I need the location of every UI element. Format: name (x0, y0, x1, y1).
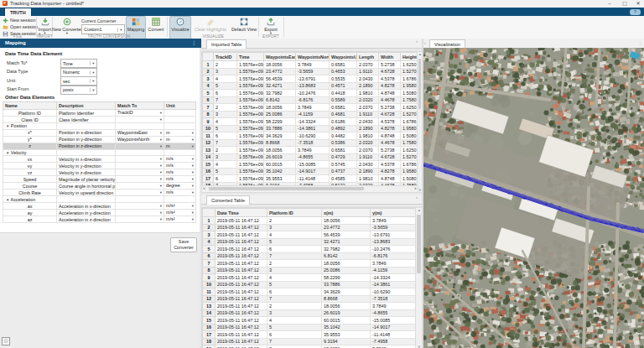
table-cell[interactable]: 1.6250 (401, 147, 419, 154)
table-cell[interactable]: 35.9553 (322, 331, 371, 339)
match-to-cell[interactable]: WaypointsEast▾ (116, 129, 164, 136)
table-cell[interactable]: 32.7982 (264, 90, 296, 97)
table-cell[interactable]: 1.5576e+09 (237, 161, 264, 169)
field-combo-0[interactable]: Time▾ (60, 59, 97, 68)
unit-cell[interactable]: m▾ (164, 129, 196, 136)
table-row[interactable]: 1271.5576e+098.8668-7.35180.53862.03204.… (203, 139, 419, 147)
table-cell[interactable]: 2019-05-11 16:47:12 (216, 288, 267, 296)
table-cell[interactable]: 6.8142 (264, 96, 296, 104)
table-cell[interactable]: 3 (267, 267, 322, 274)
table-cell[interactable]: 26.6019 (264, 153, 296, 161)
table-row[interactable]: 132019-05-11 16:47:12218.00563.7849 (203, 303, 417, 310)
table-cell[interactable]: 2 (214, 61, 237, 69)
table-row[interactable]: 52019-05-11 16:47:12632.7982-10.2476 (203, 246, 417, 253)
match-to-cell[interactable]: TrackID▾ (116, 110, 164, 117)
table-cell[interactable]: 4.8278 (379, 125, 401, 132)
table-cell[interactable]: 1.5576e+09 (237, 153, 264, 161)
table-cell[interactable]: 33.7886 (264, 125, 296, 132)
table-row[interactable]: 231.5576e+0923.4772-3.56590.46531.91104.… (203, 68, 419, 75)
unit-cell[interactable]: m/s²▾ (164, 210, 196, 216)
table-row[interactable]: 1321.5576e+0918.00563.78490.65812.03705.… (203, 147, 419, 154)
table-cell[interactable]: -14.3324 (296, 118, 330, 126)
table-row[interactable]: 1431.5576e+0926.6019-4.86550.47291.91104… (203, 153, 419, 161)
scroll-left-icon[interactable]: ◂ (203, 186, 205, 190)
table-cell[interactable]: 3.7849 (371, 217, 417, 225)
table-cell[interactable]: 1.5080 (401, 90, 419, 97)
table-cell[interactable]: 1.7580 (401, 139, 419, 147)
table-cell[interactable]: 4.4678 (379, 139, 401, 147)
table-cell[interactable]: 1.9810 (357, 175, 379, 183)
table-cell[interactable]: 25.0086 (322, 267, 371, 274)
group-row[interactable]: ▼ Velocity (3, 149, 196, 156)
table-cell[interactable]: 1.5576e+09 (237, 125, 264, 132)
table-cell[interactable]: -7.3518 (371, 295, 417, 303)
table-cell[interactable]: 0.4653 (330, 68, 357, 75)
imported-hscrollbar[interactable]: ◂ ▸ (201, 185, 418, 193)
table-cell[interactable]: 0.5589 (330, 96, 357, 104)
unit-cell[interactable]: m/s▾ (164, 156, 196, 163)
table-cell[interactable]: 1.9580 (401, 125, 419, 132)
table-cell[interactable]: 5.2738 (379, 61, 401, 69)
table-cell[interactable]: 4.6728 (379, 68, 401, 75)
table-cell[interactable]: 2019-05-11 16:47:12 (216, 231, 267, 239)
mapping-row[interactable]: vz Velocity in z-direction ▾ m/s▾ (3, 169, 196, 176)
table-cell[interactable]: 0.6581 (330, 61, 357, 69)
table-cell[interactable]: 2019-05-11 16:47:12 (216, 303, 267, 310)
table-row[interactable]: 32019-05-11 16:47:12456.4539-13.6791 (203, 231, 417, 239)
table-row[interactable]: 1761.5576e+0935.9553-11.41480.45851.9810… (203, 175, 419, 183)
table-cell[interactable]: 1.5576e+09 (237, 118, 264, 126)
table-cell[interactable]: 32.7982 (322, 246, 371, 253)
table-cell[interactable]: 5 (267, 324, 322, 331)
panel-actions-icon[interactable]: ⌃ (415, 40, 418, 45)
table-cell[interactable]: 2.0430 (357, 161, 379, 169)
restore-panel-icon[interactable]: ◱ (2, 337, 10, 345)
map-view[interactable] (423, 48, 644, 348)
match-to-cell[interactable]: ▾ (116, 143, 164, 149)
table-cell[interactable]: 1.5270 (401, 111, 419, 118)
table-cell[interactable]: -4.8655 (296, 153, 330, 161)
table-cell[interactable]: 0.5745 (330, 161, 357, 169)
table-cell[interactable]: 1.9810 (357, 90, 379, 97)
table-cell[interactable]: 0.6186 (330, 118, 357, 126)
table-cell[interactable]: 0.4681 (330, 111, 357, 118)
table-cell[interactable]: -11.4148 (296, 175, 330, 183)
table-cell[interactable]: 1.5080 (401, 132, 419, 140)
table-cell[interactable]: 3 (214, 153, 237, 161)
table-cell[interactable]: 2 (267, 303, 322, 310)
table-row[interactable]: 162019-05-11 16:47:12535.1042-14.9017 (203, 324, 417, 331)
table-cell[interactable]: -15.0085 (371, 317, 417, 325)
table-cell[interactable]: 6 (214, 175, 237, 183)
table-cell[interactable]: 2 (214, 104, 237, 112)
table-cell[interactable]: -10.6290 (296, 132, 330, 140)
table-cell[interactable]: 3.7849 (371, 260, 417, 267)
table-cell[interactable]: 0.6581 (330, 147, 357, 154)
table-row[interactable]: 182019-05-11 16:47:1279.3194-7.4958 (203, 338, 417, 345)
table-cell[interactable]: 2019-05-11 16:47:12 (216, 267, 267, 274)
table-row[interactable]: 122019-05-11 16:47:1278.8668-7.3518 (203, 295, 417, 303)
unit-cell[interactable]: m/s▾ (164, 163, 196, 169)
table-cell[interactable]: 4.5378 (379, 161, 401, 169)
table-cell[interactable]: 2.1890 (357, 125, 379, 132)
table-cell[interactable]: 4.6728 (379, 153, 401, 161)
table-cell[interactable]: 2019-05-11 16:47:12 (216, 345, 267, 348)
maximize-button[interactable]: ▢ (621, 1, 629, 7)
table-cell[interactable]: 3.7849 (296, 61, 330, 69)
table-cell[interactable]: 35.1042 (322, 324, 371, 331)
mapping-row[interactable]: Speed Magnitude of planar velocity ▾ m/s… (3, 176, 196, 183)
table-cell[interactable]: 2019-05-11 16:47:12 (216, 331, 267, 339)
table-row[interactable]: 671.5576e+096.8142-6.81760.55892.03204.4… (203, 96, 419, 104)
table-cell[interactable]: 7 (267, 252, 322, 260)
table-cell[interactable]: 1.6786 (401, 118, 419, 126)
table-cell[interactable]: 2019-05-11 16:47:12 (216, 317, 267, 325)
table-cell[interactable]: 1.5576e+09 (237, 147, 264, 154)
table-cell[interactable]: -13.6791 (296, 75, 330, 83)
unit-cell[interactable]: m/s▾ (164, 190, 196, 196)
table-cell[interactable]: 3 (214, 111, 237, 118)
panel-actions-icon[interactable]: ⌃ (415, 196, 418, 201)
table-cell[interactable]: 4 (267, 231, 322, 239)
table-cell[interactable]: 3.7849 (371, 303, 417, 310)
table-cell[interactable]: 3 (267, 224, 322, 231)
unit-cell[interactable] (164, 117, 196, 123)
mapping-row[interactable]: z Position in z-direction ▾ m▾ (3, 143, 196, 149)
table-row[interactable]: 1161.5576e+0934.3629-10.62900.44821.9810… (203, 132, 419, 140)
